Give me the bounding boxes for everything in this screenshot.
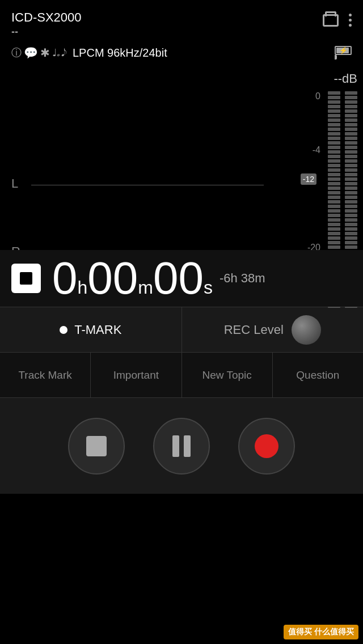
music-note-icon: ♩𝅗	[52, 46, 57, 59]
control-row-1: T-MARK REC Level	[0, 307, 363, 352]
minutes-display: 00	[87, 256, 138, 301]
seconds-unit: s	[204, 277, 213, 298]
transport-controls	[0, 397, 363, 494]
pause-icon	[172, 435, 191, 457]
rec-level-button[interactable]: REC Level	[182, 307, 364, 352]
db-0: 0	[307, 91, 320, 101]
info-icon: ⓘ	[11, 46, 22, 60]
tmark-dot-icon	[60, 326, 67, 334]
record-button[interactable]	[238, 418, 295, 474]
hours-display: 0	[52, 256, 78, 301]
record-icon	[255, 434, 278, 458]
minutes-unit: m	[138, 277, 153, 298]
battery-indicator: ⚡	[335, 46, 352, 60]
time-counter: 0 h 00 m 00 s	[52, 256, 213, 301]
hours-unit: h	[78, 277, 88, 298]
chat-icon: 💬	[24, 46, 38, 60]
asterisk-icon: ✱	[40, 46, 50, 60]
mark-buttons-row: Track Mark Important New Topic Question	[0, 352, 363, 397]
watermark: 值得买 什么值得买	[284, 625, 358, 639]
status-icons: ⓘ 💬 ✱ ♩𝅗 𝅘𝅥𝅮	[11, 46, 61, 60]
question-button[interactable]: Question	[273, 353, 363, 397]
tmark-button[interactable]: T-MARK	[0, 307, 182, 352]
rec-level-label: REC Level	[224, 323, 284, 337]
stop-button[interactable]	[68, 418, 125, 474]
time-remaining: -6h 38m	[220, 271, 265, 286]
briefcase-icon[interactable]	[323, 14, 339, 27]
format-label: LPCM 96kHz/24bit	[73, 46, 167, 60]
device-info: ICD-SX2000 --	[11, 10, 82, 38]
vu-meter-area: L R --dB 0 -4 -20 -60 -12	[0, 63, 363, 307]
track-mark-label: Track Mark	[18, 369, 71, 382]
seconds-display: 00	[153, 256, 204, 301]
db-4: -4	[307, 145, 320, 155]
important-button[interactable]: Important	[91, 353, 182, 397]
status-bar: ⓘ 💬 ✱ ♩𝅗 𝅘𝅥𝅮 LPCM 96kHz/24bit ⚡	[0, 43, 363, 63]
device-sub: --	[11, 26, 82, 38]
db-marker-12: -12	[301, 173, 316, 185]
header: ICD-SX2000 --	[0, 0, 363, 43]
track-mark-button[interactable]: Track Mark	[0, 353, 91, 397]
more-options-icon[interactable]	[349, 14, 352, 27]
stop-button-small[interactable]	[11, 264, 41, 293]
channel-l-line	[31, 185, 264, 185]
pause-button[interactable]	[153, 418, 210, 474]
channel-l-label: L	[11, 176, 18, 191]
tmark-label: T-MARK	[74, 323, 121, 337]
new-topic-button[interactable]: New Topic	[182, 353, 273, 397]
stop-icon	[86, 436, 107, 456]
new-topic-label: New Topic	[202, 369, 251, 382]
question-label: Question	[296, 369, 339, 382]
db-label: --dB	[334, 71, 357, 86]
device-name: ICD-SX2000	[11, 10, 82, 25]
important-label: Important	[113, 369, 159, 382]
header-actions	[323, 14, 352, 27]
rec-level-knob[interactable]	[292, 315, 321, 345]
time-display: 0 h 00 m 00 s -6h 38m	[0, 250, 363, 307]
